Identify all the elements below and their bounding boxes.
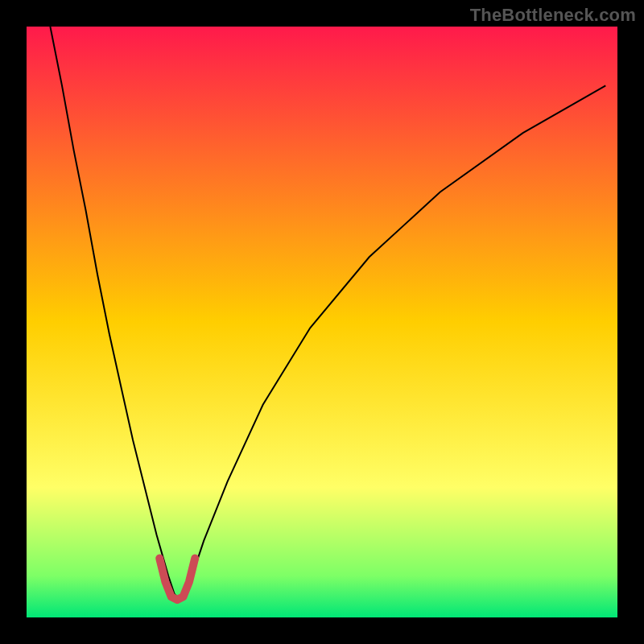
bottleneck-chart	[0, 0, 644, 644]
chart-frame: TheBottleneck.com	[0, 0, 644, 644]
watermark-text: TheBottleneck.com	[470, 5, 636, 26]
plot-background	[27, 27, 617, 617]
